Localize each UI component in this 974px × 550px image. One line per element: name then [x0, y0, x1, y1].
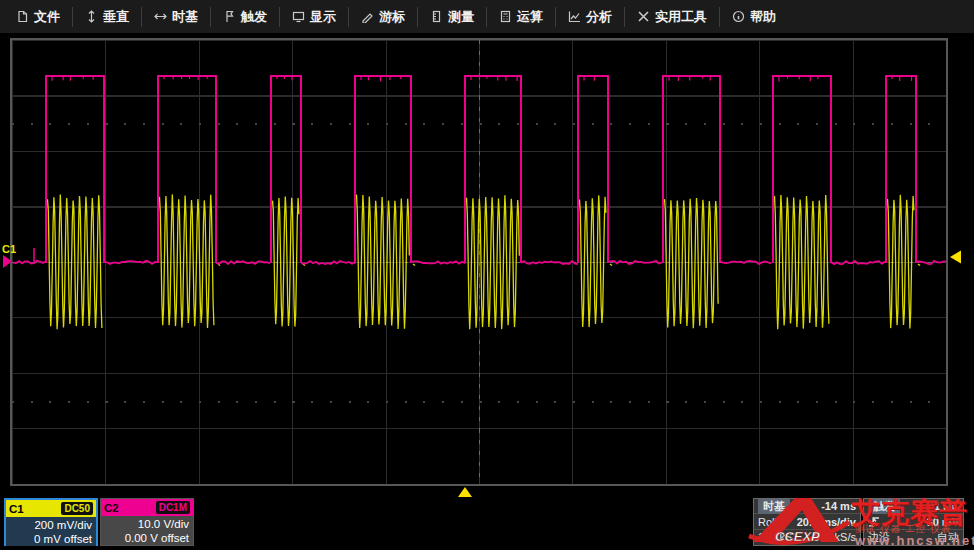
menu-item-math[interactable]: 运算 — [487, 0, 555, 33]
c1-position-marker[interactable]: C1 — [2, 243, 16, 255]
channel1-info-box[interactable]: C1 DC50 200 mV/div 0 mV offset — [4, 498, 98, 546]
rising-edge-icon — [868, 516, 881, 528]
timebase-delay: -14 ms — [821, 500, 856, 512]
timebase-mode: Roll — [758, 516, 777, 528]
center-horizontal-axis — [12, 262, 946, 263]
channel1-name: C1 — [9, 503, 24, 515]
menu-item-display[interactable]: 显示 — [280, 0, 348, 33]
menu-item-label: 分析 — [586, 8, 612, 26]
menu-item-label: 垂直 — [103, 8, 129, 26]
menu-item-label: 显示 — [310, 8, 336, 26]
help-icon — [732, 10, 745, 23]
menu-item-label: 运算 — [517, 8, 543, 26]
trigger-level-marker[interactable] — [950, 251, 961, 264]
menu-item-label: 游标 — [379, 8, 405, 26]
trigger-position-marker[interactable] — [458, 487, 472, 497]
timebase-label: 时基 — [758, 499, 790, 514]
timebase-info-box[interactable]: 时基 -14 ms Roll 20.0 ms/div 100 kS 500 kS… — [753, 498, 861, 546]
menu-item-timebase[interactable]: 时基 — [142, 0, 210, 33]
analysis-icon — [568, 10, 581, 23]
trigger-level: 30 mV — [927, 516, 959, 528]
menu-bar: 文件 垂直 时基 触发 显示 游标 测量 运算 分析 实用工具 帮助 — [0, 0, 974, 33]
display-icon — [292, 10, 305, 23]
channel2-scale: 10.0 V/div — [101, 517, 189, 531]
channel2-offset: 0.00 V offset — [101, 531, 189, 545]
utility-icon — [637, 10, 650, 23]
channel2-name: C2 — [104, 502, 119, 514]
menu-item-label: 文件 — [34, 8, 60, 26]
trigger-source: C1 DC — [926, 500, 959, 512]
math-icon — [499, 10, 512, 23]
file-icon — [16, 10, 29, 23]
timebase-samplerate: 500 kS/s — [813, 531, 856, 543]
menu-item-vertical[interactable]: 垂直 — [73, 0, 141, 33]
measure-icon — [430, 10, 443, 23]
menu-item-file[interactable]: 文件 — [4, 0, 72, 33]
trigger-info-box[interactable]: 触发 C1 DC 30 mV 边沿 自动 — [863, 498, 964, 546]
channel2-info-box[interactable]: C2 DC1M 10.0 V/div 0.00 V offset — [100, 498, 194, 546]
menu-item-label: 时基 — [172, 8, 198, 26]
trigger-label: 触发 — [868, 499, 900, 514]
menu-item-label: 帮助 — [750, 8, 776, 26]
vertical-icon — [85, 10, 98, 23]
menu-item-help[interactable]: 帮助 — [720, 0, 788, 33]
waveform-display[interactable] — [10, 38, 948, 486]
channel1-coupling-badge: DC50 — [61, 502, 93, 515]
timebase-scale: 20.0 ms/div — [797, 516, 856, 528]
menu-item-label: 实用工具 — [655, 8, 707, 26]
timebase-icon — [154, 10, 167, 23]
menu-item-trigger[interactable]: 触发 — [211, 0, 279, 33]
channel1-offset: 0 mV offset — [6, 532, 92, 546]
menu-item-label: 触发 — [241, 8, 267, 26]
menu-item-cursor[interactable]: 游标 — [349, 0, 417, 33]
menu-item-label: 测量 — [448, 8, 474, 26]
cursor-icon — [361, 10, 374, 23]
channel2-coupling-badge: DC1M — [156, 501, 190, 514]
menu-item-utility[interactable]: 实用工具 — [625, 0, 719, 33]
menu-item-measure[interactable]: 测量 — [418, 0, 486, 33]
trigger-mode: 自动 — [937, 530, 959, 545]
menu-item-analysis[interactable]: 分析 — [556, 0, 624, 33]
timebase-points: 100 kS — [758, 531, 792, 543]
trigger-icon — [223, 10, 236, 23]
channel1-scale: 200 mV/div — [6, 518, 92, 532]
trigger-type: 边沿 — [868, 530, 890, 545]
